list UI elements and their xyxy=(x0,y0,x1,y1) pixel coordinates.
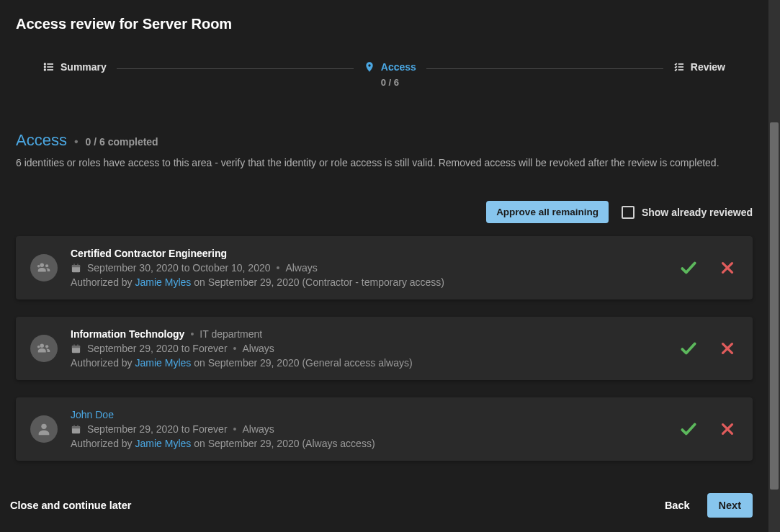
calendar-icon xyxy=(71,424,81,435)
svg-rect-24 xyxy=(77,344,78,346)
close-later-button[interactable]: Close and continue later xyxy=(10,500,131,511)
svg-rect-15 xyxy=(77,263,78,266)
access-card: Certified Contractor EngineeringSeptembe… xyxy=(16,236,753,299)
calendar-icon xyxy=(71,263,81,274)
authorized-by-line: Authorized by Jamie Myles on September 2… xyxy=(71,276,663,288)
page-title: Access review for Server Room xyxy=(16,16,753,32)
show-reviewed-toggle[interactable]: Show already reviewed xyxy=(622,206,753,219)
section-title: Access xyxy=(16,131,67,150)
group-icon xyxy=(30,254,58,281)
card-actions xyxy=(676,256,738,280)
authorized-by-line: Authorized by Jamie Myles on September 2… xyxy=(71,438,663,449)
approve-button[interactable] xyxy=(676,336,701,361)
card-title: Certified Contractor Engineering xyxy=(71,248,227,259)
authorized-by-link[interactable]: Jamie Myles xyxy=(135,276,192,288)
step-access[interactable]: Access xyxy=(364,61,416,73)
svg-rect-23 xyxy=(73,344,74,346)
card-schedule: September 29, 2020 to Forever•Always xyxy=(71,423,663,435)
back-button[interactable]: Back xyxy=(665,500,690,511)
svg-point-20 xyxy=(37,346,40,348)
section-completed-count: 0 / 6 completed xyxy=(86,136,158,148)
card-body: Certified Contractor EngineeringSeptembe… xyxy=(71,248,663,288)
date-range: September 29, 2020 to Forever xyxy=(87,423,228,435)
svg-point-19 xyxy=(45,345,48,348)
page-header: Access review for Server Room xyxy=(0,0,768,40)
step-access-wrap: Access 0 / 6 xyxy=(364,61,416,88)
person-icon xyxy=(30,415,58,443)
card-body: Information Technology•IT departmentSept… xyxy=(71,328,663,369)
svg-point-18 xyxy=(40,344,45,348)
scrollbar-thumb[interactable] xyxy=(770,122,779,490)
show-reviewed-label: Show already reviewed xyxy=(642,207,753,218)
checklist-icon xyxy=(673,61,685,73)
reject-button[interactable] xyxy=(717,417,738,441)
card-schedule: September 29, 2020 to Forever•Always xyxy=(71,343,663,354)
authorized-by-link[interactable]: Jamie Myles xyxy=(135,438,192,449)
access-card: John DoeSeptember 29, 2020 to Forever•Al… xyxy=(16,397,753,461)
svg-rect-13 xyxy=(72,265,80,267)
svg-point-5 xyxy=(45,69,46,71)
card-actions xyxy=(676,336,738,361)
svg-rect-14 xyxy=(73,263,74,266)
section-description: 6 identities or roles have access to thi… xyxy=(16,155,753,171)
svg-point-4 xyxy=(45,66,46,68)
step-review[interactable]: Review xyxy=(673,61,725,73)
card-schedule: September 30, 2020 to October 10, 2020•A… xyxy=(71,262,663,274)
authorized-by-line: Authorized by Jamie Myles on September 2… xyxy=(71,357,663,369)
svg-point-10 xyxy=(45,264,48,267)
svg-rect-31 xyxy=(77,425,78,427)
stepper-divider xyxy=(117,68,354,69)
authorized-by-link[interactable]: Jamie Myles xyxy=(135,357,192,369)
step-summary[interactable]: Summary xyxy=(43,61,107,73)
next-button[interactable]: Next xyxy=(707,493,753,518)
stepper-divider xyxy=(426,68,663,69)
group-icon xyxy=(30,335,58,362)
main-scroll[interactable]: Access review for Server Room Summary Ac… xyxy=(0,0,768,532)
reject-button[interactable] xyxy=(717,256,738,280)
approve-all-button[interactable]: Approve all remaining xyxy=(486,201,609,223)
svg-point-27 xyxy=(41,424,46,429)
svg-point-9 xyxy=(40,263,45,268)
date-range: September 30, 2020 to October 10, 2020 xyxy=(87,262,271,274)
wizard-stepper: Summary Access 0 / 6 Review xyxy=(0,40,768,95)
checkbox-icon xyxy=(622,206,635,219)
date-range: September 29, 2020 to Forever xyxy=(87,343,228,354)
card-body: John DoeSeptember 29, 2020 to Forever•Al… xyxy=(71,409,663,449)
step-access-count: 0 / 6 xyxy=(381,77,399,88)
card-subtitle: IT department xyxy=(200,328,262,340)
svg-point-3 xyxy=(45,63,46,65)
calendar-icon xyxy=(71,343,81,354)
card-title[interactable]: John Doe xyxy=(71,409,114,420)
scrollbar[interactable] xyxy=(768,0,780,532)
access-card: Information Technology•IT departmentSept… xyxy=(16,317,753,380)
step-summary-label: Summary xyxy=(60,61,107,73)
access-list: Certified Contractor EngineeringSeptembe… xyxy=(0,236,768,468)
frequency: Always xyxy=(242,343,274,354)
step-review-label: Review xyxy=(691,61,725,73)
list-controls: Approve all remaining Show already revie… xyxy=(0,171,768,236)
access-section: Access • 0 / 6 completed 6 identities or… xyxy=(0,95,768,171)
card-actions xyxy=(676,417,738,441)
frequency: Always xyxy=(285,262,317,274)
list-icon xyxy=(43,61,55,73)
step-access-label: Access xyxy=(381,61,416,73)
frequency: Always xyxy=(242,423,274,435)
svg-point-11 xyxy=(37,265,40,268)
svg-rect-30 xyxy=(73,425,74,427)
reject-button[interactable] xyxy=(717,336,738,361)
card-title: Information Technology xyxy=(71,328,184,340)
pin-icon xyxy=(364,61,375,73)
svg-rect-29 xyxy=(72,426,80,428)
wizard-footer: Close and continue later Back Next xyxy=(0,482,768,532)
approve-button[interactable] xyxy=(676,417,701,441)
svg-rect-22 xyxy=(72,346,80,348)
approve-button[interactable] xyxy=(676,256,701,280)
